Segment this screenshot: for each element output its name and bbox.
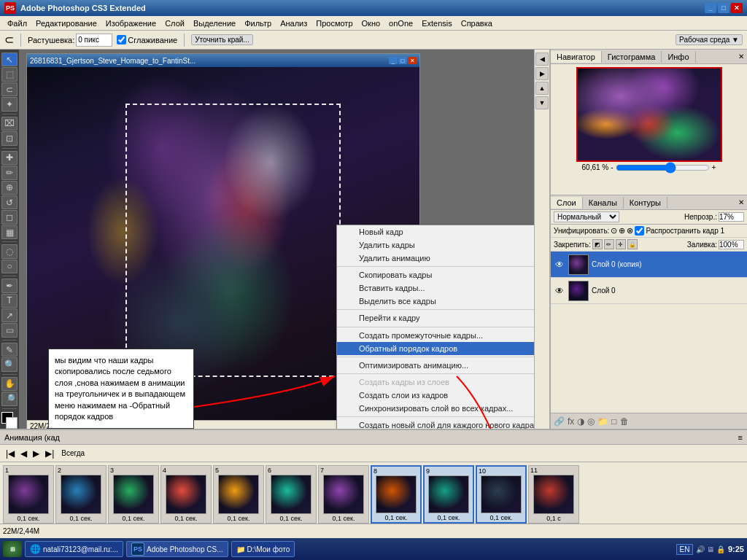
blend-mode-select[interactable]: Нормальный (554, 211, 619, 222)
navigator-panel-close[interactable]: ✕ (735, 52, 747, 61)
start-button[interactable]: ⊞ (3, 541, 22, 557)
marquee-tool[interactable]: ⬚ (1, 67, 18, 81)
eraser-tool[interactable]: ◻ (1, 210, 18, 224)
mid-btn-3[interactable]: ▲ (535, 82, 549, 95)
unify-icon-2[interactable]: ⊕ (619, 226, 625, 236)
doc-close[interactable]: ✕ (408, 57, 417, 64)
layer-fx-icon[interactable]: fx (568, 416, 574, 427)
background-color[interactable] (6, 417, 18, 429)
tab-histogram[interactable]: Гистограмма (602, 51, 662, 63)
pen-tool[interactable]: ✒ (1, 279, 18, 292)
notes-tool[interactable]: ✎ (1, 343, 18, 357)
lasso-tool-icon[interactable]: ⊂ (4, 33, 14, 47)
magic-wand-tool[interactable]: ✦ (1, 97, 18, 111)
lock-all[interactable]: 🔒 (627, 239, 638, 249)
opacity-input[interactable] (719, 212, 744, 222)
mid-btn-1[interactable]: ◀ (535, 52, 549, 66)
menu-view[interactable]: Просмотр (311, 18, 357, 29)
layer-new-icon[interactable]: □ (611, 416, 616, 427)
menu-onone[interactable]: onOne (384, 18, 417, 29)
menu-window[interactable]: Окно (357, 18, 385, 29)
doc-minimize[interactable]: _ (389, 57, 398, 64)
tab-info[interactable]: Инфо (662, 51, 695, 63)
layer-visibility-icon[interactable]: 👁 (554, 259, 565, 271)
layer-delete-icon[interactable]: 🗑 (620, 416, 629, 427)
animation-frame[interactable]: 100,1 сек. (476, 465, 527, 524)
menu-select[interactable]: Выделение (189, 18, 240, 29)
taskbar-folder-btn[interactable]: 📁 D:\Мои фото (231, 541, 295, 557)
close-button[interactable]: ✕ (731, 3, 743, 13)
hand-tool[interactable]: ✋ (1, 377, 18, 391)
zoom-minus-icon[interactable]: - (611, 163, 613, 171)
ctx-goto-frame[interactable]: Перейти к кадру▶ (337, 311, 534, 325)
eyedropper-tool[interactable]: 🔍 (1, 357, 18, 371)
menu-image[interactable]: Изображение (101, 18, 160, 29)
menu-extensis[interactable]: Extensis (417, 18, 457, 29)
color-selector[interactable] (1, 412, 18, 429)
brush-tool[interactable]: ✏ (1, 166, 18, 179)
animation-frame[interactable]: 60,1 сек. (266, 465, 317, 524)
refine-edge-button[interactable]: Уточнить край... (191, 34, 252, 45)
move-tool[interactable]: ↖ (1, 52, 18, 66)
menu-filter[interactable]: Фильтр (240, 18, 276, 29)
layer-mask-icon[interactable]: ◑ (577, 416, 584, 427)
tab-layers[interactable]: Слои (551, 197, 583, 209)
layer-visibility-icon[interactable]: 👁 (554, 285, 565, 297)
blur-tool[interactable]: ◌ (1, 244, 18, 258)
mid-btn-4[interactable]: ▼ (535, 96, 549, 109)
animation-frame[interactable]: 10,1 сек. (3, 465, 54, 524)
animation-frame[interactable]: 40,1 сек. (160, 465, 212, 524)
ctx-select-all[interactable]: Выделить все кадры (337, 295, 534, 308)
clone-tool[interactable]: ⊕ (1, 181, 18, 195)
feather-input[interactable] (76, 34, 112, 47)
animation-frame[interactable]: 110,1 с (528, 465, 579, 524)
anim-next-frame[interactable]: ▶| (44, 448, 55, 459)
ctx-delete-anim[interactable]: Удалить анимацию (337, 252, 534, 265)
fill-input[interactable] (719, 240, 744, 249)
taskbar-browser-btn[interactable]: 🌐 natali73123@mail.ru:... (25, 541, 123, 557)
zoom-plus-icon[interactable]: + (712, 163, 716, 171)
animation-frame[interactable]: 90,1 сек. (423, 465, 474, 524)
animation-frame[interactable]: 30,1 сек. (108, 465, 159, 524)
menu-edit[interactable]: Редактирование (31, 18, 101, 29)
menu-layer[interactable]: Слой (160, 18, 189, 29)
ctx-reverse-frames[interactable]: Обратный порядок кадров (337, 342, 534, 355)
animation-frame[interactable]: 50,1 сек. (213, 465, 264, 524)
path-tool[interactable]: ↗ (1, 308, 18, 322)
workspace-button[interactable]: Рабочая среда ▼ (676, 34, 743, 45)
tab-paths[interactable]: Контуры (624, 197, 667, 209)
healing-tool[interactable]: ✚ (1, 151, 18, 165)
ctx-tween[interactable]: Создать промежуточные кадры... (337, 329, 534, 342)
layers-panel-close[interactable]: ✕ (735, 198, 747, 206)
layer-group-icon[interactable]: 📁 (597, 416, 608, 427)
layer-adjust-icon[interactable]: ◎ (587, 416, 595, 427)
ctx-sync-layer[interactable]: Синхронизировать слой во всех кадрах... (337, 402, 534, 415)
layer-row[interactable]: 👁 Слой 0 (551, 278, 747, 304)
ctx-new-layer-each-frame[interactable]: Создать новый слой для каждого нового ка… (337, 419, 534, 429)
ctx-paste-frames[interactable]: Вставить кадры... (337, 281, 534, 295)
minimize-button[interactable]: _ (705, 3, 716, 13)
menu-analysis[interactable]: Анализ (276, 18, 311, 29)
type-tool[interactable]: T (1, 294, 18, 308)
animation-loop[interactable]: Всегда (61, 449, 85, 457)
antialiasing-checkbox[interactable] (117, 35, 126, 44)
lock-transparent[interactable]: ◩ (592, 239, 603, 249)
lock-pixels[interactable]: ✏ (604, 239, 614, 249)
mid-btn-2[interactable]: ▶ (535, 67, 549, 80)
crop-tool[interactable]: ⌧ (1, 117, 18, 131)
layer-link-icon[interactable]: 🔗 (554, 416, 565, 427)
shape-tool[interactable]: ▭ (1, 323, 18, 337)
slice-tool[interactable]: ⊡ (1, 131, 18, 145)
dodge-tool[interactable]: ○ (1, 260, 18, 273)
history-tool[interactable]: ↺ (1, 195, 18, 209)
animation-menu-icon[interactable]: ≡ (738, 433, 743, 442)
zoom-slider[interactable] (616, 165, 710, 171)
anim-first-frame[interactable]: |◀ (4, 448, 16, 459)
lasso-tool[interactable]: ⊂ (1, 82, 18, 96)
anim-play[interactable]: ▶ (31, 448, 41, 459)
gradient-tool[interactable]: ▦ (1, 225, 18, 239)
taskbar-ps-btn[interactable]: PS Adobe Photoshop CS... (126, 541, 228, 557)
language-indicator[interactable]: EN (676, 544, 694, 555)
ctx-copy-frames[interactable]: Скопировать кадры (337, 268, 534, 281)
tab-navigator[interactable]: Навигатор (551, 51, 602, 63)
